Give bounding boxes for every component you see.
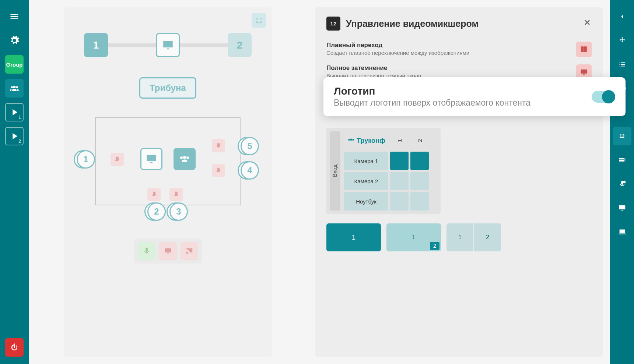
seat-1[interactable]: 1 [77, 150, 95, 169]
svg-point-0 [623, 181, 625, 183]
group-button[interactable]: Group [5, 55, 24, 74]
logo-setting-popup: Логотип Выводит логотип поверх отображае… [323, 77, 626, 116]
sidebar-left: Group 1 2 [0, 0, 29, 364]
play-icon [9, 131, 20, 141]
input-vlabel: Вход [330, 131, 340, 211]
room-users[interactable] [174, 148, 196, 170]
panel-title: Управление видеомикшером [346, 18, 479, 29]
logo-desc: Выводит логотип поверх отображаемого кон… [334, 98, 530, 108]
mic-off-icon [114, 156, 120, 163]
display-node-screen[interactable] [156, 33, 180, 57]
input-matrix: Вход Труконф 1 2 Камера 1 Камера 2 Ноутб… [326, 128, 441, 214]
menu-button[interactable] [5, 7, 24, 26]
trukonf-header: Труконф [344, 131, 388, 150]
setting-transition: Плавный переход Создает плавное переключ… [326, 42, 592, 57]
row-laptop: Ноутбук [344, 192, 388, 211]
move-icon [618, 36, 626, 45]
laptop-button[interactable] [613, 223, 631, 241]
close-icon [583, 18, 592, 27]
mic-off-2[interactable] [147, 188, 161, 201]
monitor1-button[interactable] [613, 199, 631, 217]
monitor-icon [145, 153, 158, 165]
no-screen-icon [164, 247, 172, 255]
layout-presets: 1 1 2 1 2 [326, 223, 592, 251]
display-node-1[interactable]: 1 [84, 33, 108, 57]
screen-off-icon [580, 68, 588, 76]
row-camera2: Камера 2 [344, 172, 388, 190]
collapse-button[interactable] [613, 7, 631, 26]
mixer-icon: 12 [326, 17, 340, 31]
col-1: 1 [390, 131, 409, 150]
video-mixer-panel: 12 Управление видеомикшером Плавный пере… [315, 7, 603, 357]
mic-off-icon [215, 167, 222, 174]
power-button[interactable] [5, 338, 24, 357]
connector-bar [180, 43, 228, 47]
preset-1[interactable]: 1 [326, 223, 381, 251]
hamburger-icon [9, 11, 20, 22]
list-icon [618, 60, 626, 68]
sidebar-right: 12 [610, 0, 634, 364]
mixer-nav-button[interactable]: 12 [613, 127, 631, 145]
cell-laptop-1[interactable] [390, 192, 409, 211]
room-layout-card: 1 2 Трибуна 1 5 4 [64, 7, 272, 357]
expand-icon [255, 17, 263, 24]
mic-off-3[interactable] [169, 188, 183, 201]
connector-bar [108, 43, 156, 47]
expand-button[interactable] [252, 13, 266, 28]
setting-title: Плавный переход [326, 42, 469, 49]
cell-cam1-2[interactable] [410, 152, 429, 170]
monitor-icon [162, 39, 174, 52]
cast-off-button[interactable] [181, 242, 198, 260]
settings-button[interactable] [5, 31, 24, 50]
mic-off-icon [215, 142, 222, 149]
play1-button[interactable]: 1 [5, 103, 24, 121]
transition-toggle[interactable] [576, 42, 592, 57]
mic-info-button[interactable] [613, 175, 631, 193]
bottom-controls [134, 238, 202, 264]
mic-off-icon [151, 191, 157, 198]
room-monitor[interactable] [140, 148, 162, 170]
seat-3[interactable]: 3 [169, 202, 188, 221]
laptop-icon [618, 228, 626, 236]
play2-sub: 2 [18, 139, 21, 144]
mic-off-4[interactable] [212, 164, 225, 177]
seat-4[interactable]: 4 [241, 161, 259, 180]
tribune-label[interactable]: Трибуна [139, 77, 196, 99]
close-button[interactable] [583, 18, 592, 29]
setting-desc: Создает плавное переключение между изобр… [326, 50, 469, 56]
cell-cam2-2[interactable] [410, 172, 429, 190]
users-icon [9, 83, 20, 93]
mic-off-icon [173, 191, 179, 198]
power-icon [9, 342, 20, 353]
cell-cam2-1[interactable] [390, 172, 409, 190]
mic-info-icon [618, 180, 626, 188]
mic-off-5[interactable] [212, 139, 225, 152]
cell-cam1-1[interactable] [390, 152, 409, 170]
seat-5[interactable]: 5 [241, 137, 259, 155]
preset-3[interactable]: 1 2 [446, 223, 501, 251]
play-icon [9, 107, 20, 117]
mic-on-button[interactable] [138, 242, 155, 260]
screen-off-button[interactable] [159, 242, 177, 260]
play2-button[interactable]: 2 [5, 127, 24, 145]
play1-sub: 1 [18, 115, 21, 120]
move-button[interactable] [613, 31, 631, 50]
devices-button[interactable] [613, 151, 631, 169]
room-box: 1 5 4 2 3 [95, 117, 241, 205]
display-node-2[interactable]: 2 [228, 33, 252, 57]
users-icon [347, 137, 355, 145]
gear-icon [9, 35, 20, 46]
seat-2[interactable]: 2 [147, 202, 166, 221]
devices-icon [618, 156, 626, 164]
users-button[interactable] [5, 79, 24, 98]
main-area: 1 2 Трибуна 1 5 4 [29, 0, 610, 364]
cell-laptop-2[interactable] [410, 192, 429, 211]
preset-2[interactable]: 1 2 [386, 223, 441, 251]
list-button[interactable] [613, 55, 631, 74]
col-2: 2 [410, 131, 429, 150]
monitor-icon [618, 204, 626, 212]
mic-off-1[interactable] [111, 153, 124, 166]
transition-off-icon [580, 45, 588, 53]
setting-title: Полное затемнение [326, 64, 421, 72]
logo-switch[interactable] [592, 91, 615, 103]
